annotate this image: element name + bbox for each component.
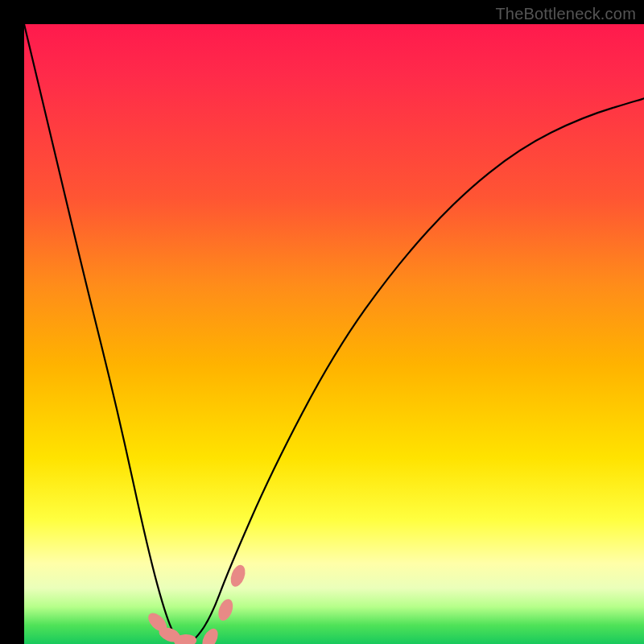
chart-frame: TheBottleneck.com: [0, 0, 644, 644]
curve-marker: [216, 597, 236, 623]
bottleneck-curve: [24, 24, 644, 644]
watermark-text: TheBottleneck.com: [495, 5, 636, 23]
marker-group: [145, 563, 248, 644]
plot-area: [24, 24, 644, 644]
curve-layer: [24, 24, 644, 644]
